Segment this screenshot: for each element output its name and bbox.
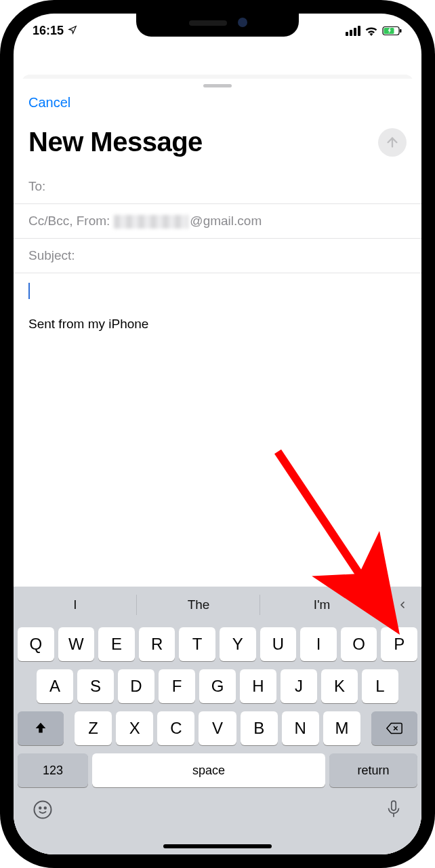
ccbcc-from-field[interactable]: Cc/Bcc, From: @gmail.com	[14, 204, 421, 239]
key-q[interactable]: Q	[18, 627, 54, 661]
compose-sheet: Cancel New Message To: Cc/Bcc, From: @gm…	[14, 79, 421, 854]
to-field[interactable]: To:	[14, 170, 421, 204]
key-e[interactable]: E	[98, 627, 135, 661]
keyboard: I The I'm Q W E R T	[14, 587, 421, 854]
wifi-icon	[365, 26, 378, 36]
cellular-signal-icon	[346, 26, 360, 36]
subject-label: Subject:	[28, 248, 75, 263]
emoji-key[interactable]	[33, 800, 53, 822]
dictation-key[interactable]	[385, 800, 402, 822]
suggestion-2[interactable]: The	[137, 587, 260, 623]
suggestion-3[interactable]: I'm	[260, 587, 384, 623]
key-n[interactable]: N	[282, 711, 319, 745]
phone-frame: 16:15	[0, 0, 435, 868]
svg-point-5	[39, 807, 41, 809]
text-cursor	[28, 283, 30, 299]
subject-field[interactable]: Subject:	[14, 239, 421, 273]
key-g[interactable]: G	[199, 669, 236, 703]
key-i[interactable]: I	[300, 627, 337, 661]
suggestion-bar: I The I'm	[14, 587, 421, 623]
suggestion-1[interactable]: I	[14, 587, 137, 623]
location-icon	[68, 24, 77, 38]
key-l[interactable]: L	[362, 669, 398, 703]
svg-point-6	[45, 807, 47, 809]
key-c[interactable]: C	[157, 711, 194, 745]
send-button[interactable]	[378, 128, 407, 157]
backspace-key[interactable]	[371, 711, 417, 745]
key-y[interactable]: Y	[220, 627, 256, 661]
phone-notch	[136, 14, 299, 37]
svg-rect-1	[400, 29, 402, 33]
home-indicator[interactable]	[163, 844, 272, 848]
key-t[interactable]: T	[179, 627, 215, 661]
key-x[interactable]: X	[116, 711, 153, 745]
return-key[interactable]: return	[329, 753, 417, 787]
key-r[interactable]: R	[139, 627, 175, 661]
svg-point-4	[35, 802, 51, 818]
signature-text: Sent from my iPhone	[28, 317, 407, 332]
key-o[interactable]: O	[341, 627, 377, 661]
numbers-key[interactable]: 123	[18, 753, 88, 787]
key-d[interactable]: D	[118, 669, 154, 703]
key-p[interactable]: P	[381, 627, 417, 661]
space-key[interactable]: space	[92, 753, 325, 787]
svg-rect-7	[392, 801, 396, 810]
to-label: To:	[28, 179, 45, 194]
page-title: New Message	[28, 127, 203, 157]
key-f[interactable]: F	[159, 669, 195, 703]
cancel-button[interactable]: Cancel	[28, 95, 70, 111]
ccbcc-label: Cc/Bcc, From:	[28, 214, 110, 229]
from-value: @gmail.com	[114, 214, 262, 229]
key-u[interactable]: U	[260, 627, 297, 661]
message-body[interactable]: Sent from my iPhone	[14, 273, 421, 341]
key-a[interactable]: A	[37, 669, 73, 703]
battery-icon	[382, 26, 402, 36]
key-m[interactable]: M	[323, 711, 360, 745]
phone-screen: 16:15	[14, 14, 421, 854]
key-s[interactable]: S	[77, 669, 114, 703]
key-h[interactable]: H	[240, 669, 276, 703]
key-j[interactable]: J	[281, 669, 317, 703]
key-b[interactable]: B	[241, 711, 278, 745]
key-k[interactable]: K	[321, 669, 358, 703]
redacted-email-user	[114, 215, 188, 229]
status-time: 16:15	[33, 24, 64, 38]
key-v[interactable]: V	[199, 711, 236, 745]
key-w[interactable]: W	[58, 627, 95, 661]
shift-key[interactable]	[18, 711, 64, 745]
key-z[interactable]: Z	[75, 711, 112, 745]
format-bar-toggle[interactable]	[384, 587, 421, 623]
